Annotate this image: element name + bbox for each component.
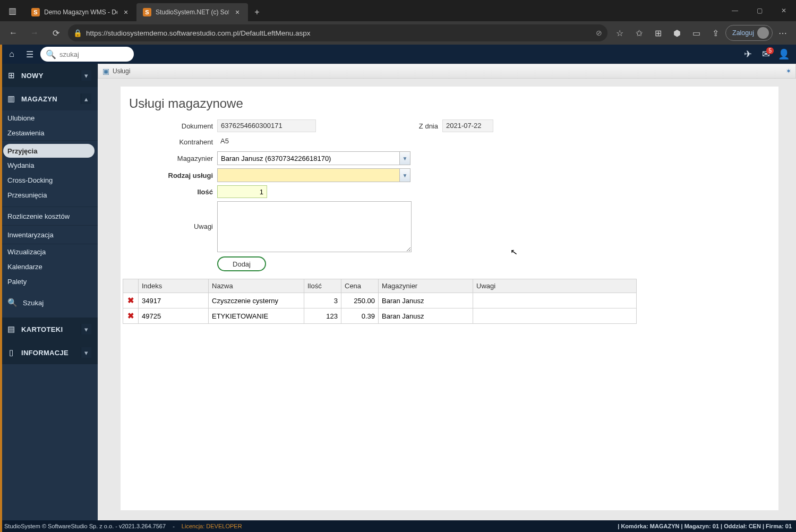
forward-button[interactable]: → [25,24,44,42]
favorites-bar-icon[interactable]: ✩ [630,24,648,42]
sidebar-item-wydania[interactable]: Wydania [0,158,98,173]
menu-icon[interactable]: ⋯ [774,24,792,42]
refresh-button[interactable]: ⟳ [47,24,65,42]
label-magazynier: Magazynier [121,155,217,162]
chevron-down-icon[interactable]: ▾ [81,324,91,334]
site-info-icon[interactable]: ⊘ [596,29,602,37]
delete-icon[interactable]: ✖ [126,296,135,305]
browser-tab-0[interactable]: S Demo Magazyn WMS - Demo o × [25,3,136,21]
plus-icon: ⊞ [6,71,16,80]
sidebar-item-przesuniecia[interactable]: Przesunięcia [0,187,98,202]
section-label: NOWY [21,72,75,80]
cell-mag: Baran Janusz [379,308,473,324]
combo-rodzaj-input[interactable] [218,169,399,182]
sidebar-item-wizualizacja[interactable]: Wizualizacja [0,244,98,259]
app-search-input[interactable] [59,50,149,58]
sidebar-item-przyjecia[interactable]: Przyjęcia [3,144,95,158]
sidebar-item-zestawienia[interactable]: Zestawienia [0,125,98,140]
favorite-icon[interactable]: ☆ [611,24,629,42]
reader-icon[interactable]: ▭ [687,24,705,42]
section-label: MAGAZYN [21,95,75,103]
label-zdnia: Z dnia [410,122,442,130]
th-ilosc[interactable]: Ilość [304,279,341,293]
window-close-button[interactable]: ✕ [772,0,796,21]
chevron-down-icon[interactable]: ▼ [399,152,410,165]
panel-close-icon[interactable]: ✶ [786,67,791,75]
close-icon[interactable]: × [122,8,130,16]
close-icon[interactable]: × [233,8,242,16]
chevron-up-icon[interactable]: ▴ [81,93,91,104]
th-uwagi[interactable]: Uwagi [473,279,637,293]
table-header-row: Indeks Nazwa Ilość Cena Magazynier Uwagi [123,279,637,293]
extensions-icon[interactable]: ⬢ [668,24,686,42]
textarea-uwagi[interactable] [217,201,412,252]
search-icon: 🔍 [7,298,18,307]
sidebar-item-kalendarze[interactable]: Kalendarze [0,259,98,274]
sidebar-item-label: Przesunięcia [7,191,47,199]
th-nazwa[interactable]: Nazwa [209,279,304,293]
value-zdnia: 2021-07-22 [442,119,493,132]
layers-icon: ▣ [102,67,109,75]
chevron-down-icon[interactable]: ▾ [81,347,91,358]
combo-rodzaj[interactable]: ▼ [217,168,410,182]
sidebar-item-label: Kalendarze [7,263,42,271]
tab-actions-icon[interactable]: ▥ [0,0,25,21]
share-icon[interactable]: ⇪ [706,24,724,42]
back-button[interactable]: ← [4,24,22,42]
status-lic-val: DEVELOPER [206,523,242,529]
status-right: | Komórka: MAGAZYN | Magazyn: 01 | Oddzi… [618,523,792,529]
sidebar-search[interactable]: 🔍 Szukaj [0,292,98,313]
user-icon[interactable]: 👤 [776,46,792,62]
home-icon[interactable]: ⌂ [4,47,19,62]
chevron-down-icon[interactable]: ▼ [399,169,410,182]
plane-icon[interactable]: ✈ [740,46,756,62]
app-search[interactable]: 🔍 [40,47,134,62]
sidebar-section-informacje[interactable]: ▯ INFORMACJE ▾ [0,341,98,364]
combo-magazynier-input[interactable] [218,152,399,165]
sidebar: ⊞ NOWY ▾ ▥ MAGAZYN ▴ Ulubione Zestawieni… [0,64,98,520]
browser-tab-1[interactable]: S StudioSystem.NET (c) SoftwareSt × [136,3,248,21]
chevron-down-icon[interactable]: ▾ [81,70,91,81]
combo-magazynier[interactable]: ▼ [217,151,410,165]
sidebar-item-label: Wydania [7,161,34,169]
menu-toggle-icon[interactable]: ☰ [22,47,37,62]
collections-icon[interactable]: ⊞ [649,24,667,42]
status-bar: StudioSystem © SoftwareStudio Sp. z o.o.… [0,520,796,532]
sidebar-section-nowy[interactable]: ⊞ NOWY ▾ [0,64,98,87]
sidebar-item-label: Inwentaryzacja [7,231,54,239]
sidebar-item-inwentaryzacja[interactable]: Inwentaryzacja [0,226,98,244]
add-button[interactable]: Dodaj [217,256,266,271]
sidebar-item-rozliczenie[interactable]: Rozliczenie kosztów [0,207,98,225]
new-tab-button[interactable]: + [248,3,266,21]
maximize-button[interactable]: ▢ [747,0,772,21]
app-topbar: ⌂ ☰ 🔍 ✈ ✉ 5 👤 [0,45,796,64]
sidebar-section-kartoteki[interactable]: ▤ KARTOTEKI ▾ [0,318,98,341]
search-icon: 🔍 [46,49,56,59]
input-ilosc[interactable] [217,185,267,198]
table-row[interactable]: ✖ 34917 Czyszczenie cysterny 3 250.00 Ba… [123,293,637,308]
sidebar-item-crossdocking[interactable]: Cross-Docking [0,173,98,187]
url-text: https://studiosystemdemo.softwarestudio.… [86,29,310,37]
mail-icon[interactable]: ✉ 5 [758,46,774,62]
warehouse-icon: ▥ [6,94,16,104]
minimize-button[interactable]: — [723,0,747,21]
window-controls: — ▢ ✕ [723,0,796,21]
status-left: StudioSystem © SoftwareStudio Sp. z o.o.… [4,523,166,529]
th-cena[interactable]: Cena [341,279,379,293]
form-title: Usługi magazynowe [121,96,778,119]
address-bar[interactable]: 🔒 https://studiosystemdemo.softwarestudi… [68,24,607,41]
sidebar-item-palety[interactable]: Palety [0,274,98,289]
browser-toolbar: ← → ⟳ 🔒 https://studiosystemdemo.softwar… [0,21,796,45]
panel-title: Usługi [113,67,130,75]
favicon-icon: S [143,8,151,16]
tab-strip: S Demo Magazyn WMS - Demo o × S StudioSy… [25,0,266,21]
sidebar-section-magazyn[interactable]: ▥ MAGAZYN ▴ [0,87,98,110]
th-magazynier[interactable]: Magazynier [379,279,473,293]
login-button[interactable]: Zaloguj [725,25,773,41]
label-kontrahent: Kontrahent [121,138,217,146]
th-indeks[interactable]: Indeks [139,279,209,293]
table-row[interactable]: ✖ 49725 ETYKIETOWANIE 123 0.39 Baran Jan… [123,308,637,324]
delete-icon[interactable]: ✖ [126,311,135,321]
sidebar-item-label: Przyjęcia [7,147,37,155]
sidebar-item-ulubione[interactable]: Ulubione [0,110,98,125]
